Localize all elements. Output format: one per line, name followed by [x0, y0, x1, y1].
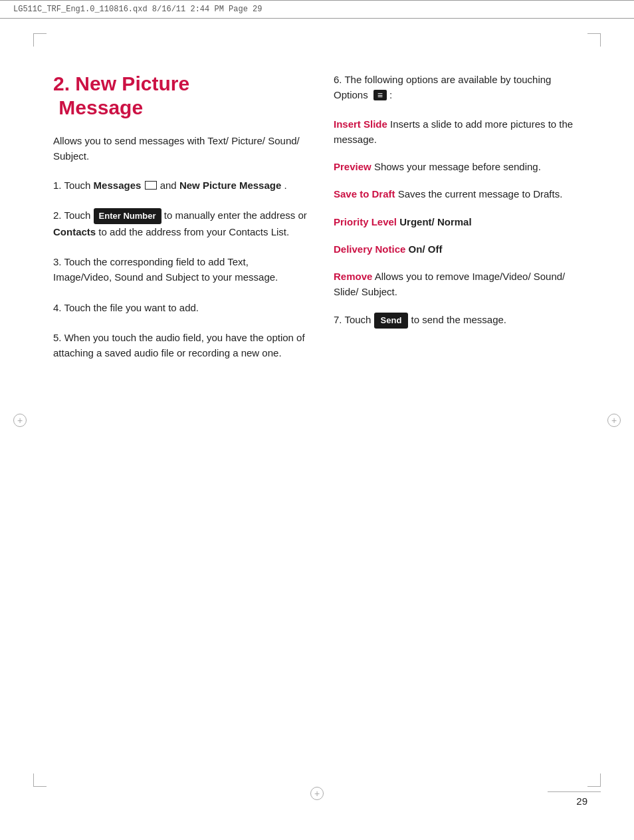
reg-circle-left	[13, 414, 27, 427]
option-insert-slide: Insert Slide Inserts a slide to add more…	[334, 116, 587, 148]
page-footer: 29	[576, 795, 587, 807]
option-remove: Remove Allows you to remove Image/Video/…	[334, 269, 587, 300]
reg-circle-bottom	[310, 787, 324, 800]
page-number: 29	[576, 795, 587, 807]
step-7-text: 7. Touch Send to send the message.	[334, 312, 587, 329]
messages-icon	[145, 181, 157, 190]
option-remove-term: Remove	[334, 271, 372, 282]
header-bar: LG511C_TRF_Eng1.0_110816.qxd 8/16/11 2:4…	[0, 0, 634, 19]
step-5-text: 5. When you touch the audio field, you h…	[53, 330, 307, 361]
step-6-colon: :	[389, 89, 392, 100]
enter-number-badge: Enter Number	[94, 208, 161, 224]
step-7: 7. Touch Send to send the message.	[334, 312, 587, 329]
option-save-to-draft: Save to Draft Saves the current message …	[334, 186, 587, 202]
content-area: 2. New Picture Message Allows you to sen…	[0, 19, 634, 415]
step-1: 1. Touch Messages and New Picture Messag…	[53, 178, 307, 193]
step-3-text: 3. Touch the corresponding field to add …	[53, 254, 307, 285]
section-number: 2. New Picture Message	[53, 72, 189, 118]
page-container: LG511C_TRF_Eng1.0_110816.qxd 8/16/11 2:4…	[0, 0, 634, 840]
step-2-contacts: Contacts	[53, 226, 96, 237]
options-icon	[373, 90, 387, 100]
step-7-end: to send the message.	[411, 314, 506, 325]
step-2-before: 2. Touch	[53, 210, 94, 221]
option-save-to-draft-desc: Saves the current message to Drafts.	[398, 188, 563, 200]
option-insert-slide-term: Insert Slide	[334, 118, 387, 130]
option-priority-level-desc: Urgent/ Normal	[399, 216, 471, 227]
step-2: 2. Touch Enter Number to manually enter …	[53, 208, 307, 239]
reg-circle-right	[607, 414, 621, 427]
option-delivery-notice-term: Delivery Notice	[334, 243, 405, 255]
footer-divider	[548, 791, 601, 792]
step-2-text: 2. Touch Enter Number to manually enter …	[53, 208, 307, 239]
option-preview: Preview Shows your message before sendin…	[334, 159, 587, 174]
step-1-messages: Messages	[94, 180, 142, 191]
crop-mark-bl	[33, 773, 47, 787]
crop-mark-tl	[33, 33, 47, 47]
option-priority-level-term: Priority Level	[334, 216, 397, 227]
crop-mark-tr	[587, 33, 601, 47]
step-1-text: 1. Touch Messages and New Picture Messag…	[53, 178, 307, 193]
option-priority-level: Priority Level Urgent/ Normal	[334, 214, 587, 229]
step-6-intro-text: 6. The following options are available b…	[334, 74, 551, 100]
step-1-before: 1. Touch	[53, 180, 94, 191]
step-3: 3. Touch the corresponding field to add …	[53, 254, 307, 285]
option-preview-desc: Shows your message before sending.	[374, 161, 541, 172]
crop-mark-br	[587, 773, 601, 787]
option-save-to-draft-term: Save to Draft	[334, 188, 395, 200]
file-info: LG511C_TRF_Eng1.0_110816.qxd 8/16/11 2:4…	[13, 5, 262, 14]
step-2-middle: to manually enter the address or	[164, 210, 307, 221]
step-7-before: 7. Touch	[334, 314, 374, 325]
step-4-text: 4. Touch the file you want to add.	[53, 300, 307, 315]
step-5: 5. When you touch the audio field, you h…	[53, 330, 307, 361]
option-delivery-notice: Delivery Notice On/ Off	[334, 241, 587, 257]
options-list: Insert Slide Inserts a slide to add more…	[334, 116, 587, 300]
section-heading: 2. New Picture Message	[53, 72, 307, 120]
right-column: 6. The following options are available b…	[334, 72, 587, 375]
step-1-new-picture: New Picture Message	[179, 180, 281, 191]
step-4: 4. Touch the file you want to add.	[53, 300, 307, 315]
step-1-middle: and	[160, 180, 179, 191]
step-2-end: to add the address from your Contacts Li…	[98, 226, 289, 237]
section-intro: Allows you to send messages with Text/ P…	[53, 133, 307, 164]
step-1-end: .	[284, 180, 286, 191]
option-preview-term: Preview	[334, 161, 371, 172]
left-column: 2. New Picture Message Allows you to sen…	[53, 72, 307, 375]
option-delivery-notice-desc: On/ Off	[409, 243, 443, 255]
send-badge: Send	[374, 313, 409, 329]
step-6-intro: 6. The following options are available b…	[334, 72, 587, 103]
